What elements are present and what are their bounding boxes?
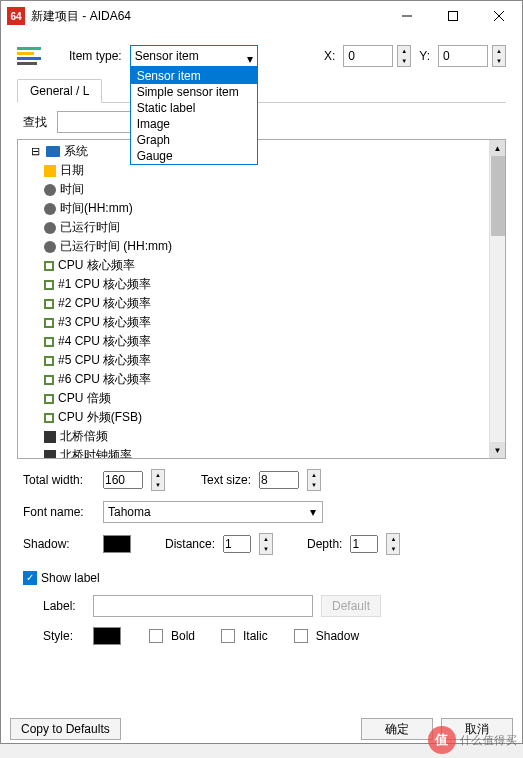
- minus-icon[interactable]: ⊟: [28, 145, 42, 159]
- style-color-swatch[interactable]: [93, 627, 121, 645]
- distance-spinner[interactable]: ▲▼: [259, 533, 273, 555]
- y-label: Y:: [419, 49, 430, 63]
- label-input[interactable]: [93, 595, 313, 617]
- copy-defaults-button[interactable]: Copy to Defaults: [10, 718, 121, 740]
- box-icon: [44, 375, 54, 385]
- item-type-dropdown: Sensor item Simple sensor item Static la…: [130, 67, 258, 165]
- monitor-icon: [46, 146, 60, 157]
- chevron-down-icon: ▾: [310, 505, 316, 519]
- clock-icon: [44, 203, 56, 215]
- y-input[interactable]: [438, 45, 488, 67]
- tree-item-label: CPU 核心频率: [58, 257, 135, 274]
- distance-input[interactable]: [223, 535, 251, 553]
- tree-item-label: 日期: [60, 162, 84, 179]
- dropdown-option[interactable]: Sensor item: [131, 68, 257, 84]
- depth-input[interactable]: [350, 535, 378, 553]
- tree-root-label: 系统: [64, 143, 88, 160]
- tree-root[interactable]: ⊟ 系统: [20, 142, 503, 161]
- font-name-value: Tahoma: [108, 505, 151, 519]
- total-width-input[interactable]: [103, 471, 143, 489]
- chip-icon: [44, 450, 56, 460]
- box-icon: [44, 413, 54, 423]
- tree-item-label: CPU 倍频: [58, 390, 111, 407]
- tree-item[interactable]: #1 CPU 核心频率: [20, 275, 503, 294]
- text-size-input[interactable]: [259, 471, 299, 489]
- minimize-button[interactable]: [384, 1, 430, 31]
- scroll-down-icon[interactable]: ▼: [490, 442, 505, 458]
- box-icon: [44, 318, 54, 328]
- dialog-window: 64 新建项目 - AIDA64 Item type: Sensor item …: [0, 0, 523, 744]
- item-type-value: Sensor item: [135, 49, 199, 63]
- tree-item[interactable]: CPU 外频(FSB): [20, 408, 503, 427]
- shadow-color-swatch[interactable]: [103, 535, 131, 553]
- dropdown-option[interactable]: Graph: [131, 132, 257, 148]
- depth-label: Depth:: [307, 537, 342, 551]
- tree-item[interactable]: 北桥时钟频率: [20, 446, 503, 459]
- bold-checkbox[interactable]: [149, 629, 163, 643]
- tab-general[interactable]: General / L: [17, 79, 102, 103]
- close-button[interactable]: [476, 1, 522, 31]
- clock-icon: [44, 241, 56, 253]
- dropdown-option[interactable]: Simple sensor item: [131, 84, 257, 100]
- box-icon: [44, 299, 54, 309]
- label-label: Label:: [43, 599, 85, 613]
- tree-item[interactable]: #2 CPU 核心频率: [20, 294, 503, 313]
- total-width-spinner[interactable]: ▲▼: [151, 469, 165, 491]
- clock-icon: [44, 184, 56, 196]
- tree-item[interactable]: #3 CPU 核心频率: [20, 313, 503, 332]
- tree-item[interactable]: 北桥倍频: [20, 427, 503, 446]
- tree-item[interactable]: #4 CPU 核心频率: [20, 332, 503, 351]
- tree-item-label: 北桥时钟频率: [60, 447, 132, 459]
- item-type-combo[interactable]: Sensor item ▾ Sensor item Simple sensor …: [130, 45, 258, 67]
- style-label: Style:: [43, 629, 85, 643]
- x-input[interactable]: [343, 45, 393, 67]
- sensor-tree[interactable]: ⊟ 系统 日期时间时间(HH:mm)已运行时间已运行时间 (HH:mm)CPU …: [17, 139, 506, 459]
- tree-item-label: #5 CPU 核心频率: [58, 352, 151, 369]
- italic-checkbox[interactable]: [221, 629, 235, 643]
- tree-item-label: 已运行时间: [60, 219, 120, 236]
- box-icon: [44, 261, 54, 271]
- tree-item[interactable]: 时间(HH:mm): [20, 199, 503, 218]
- scroll-thumb[interactable]: [491, 156, 505, 236]
- total-width-label: Total width:: [23, 473, 95, 487]
- font-name-select[interactable]: Tahoma ▾: [103, 501, 323, 523]
- watermark-badge-icon: 值: [428, 726, 456, 754]
- tree-item[interactable]: CPU 核心频率: [20, 256, 503, 275]
- default-button[interactable]: Default: [321, 595, 381, 617]
- tree-item[interactable]: 已运行时间: [20, 218, 503, 237]
- tree-item[interactable]: 时间: [20, 180, 503, 199]
- shadow-checkbox[interactable]: [294, 629, 308, 643]
- depth-spinner[interactable]: ▲▼: [386, 533, 400, 555]
- tree-item-label: #1 CPU 核心频率: [58, 276, 151, 293]
- tree-item[interactable]: #5 CPU 核心频率: [20, 351, 503, 370]
- text-size-spinner[interactable]: ▲▼: [307, 469, 321, 491]
- scroll-up-icon[interactable]: ▲: [490, 140, 505, 156]
- scrollbar[interactable]: ▲ ▼: [489, 140, 505, 458]
- dropdown-option[interactable]: Image: [131, 116, 257, 132]
- titlebar: 64 新建项目 - AIDA64: [1, 1, 522, 31]
- tree-item-label: #3 CPU 核心频率: [58, 314, 151, 331]
- chevron-down-icon: ▾: [247, 52, 253, 66]
- x-spinner[interactable]: ▲▼: [397, 45, 411, 67]
- tree-item-label: 时间: [60, 181, 84, 198]
- y-spinner[interactable]: ▲▼: [492, 45, 506, 67]
- tree-item[interactable]: 已运行时间 (HH:mm): [20, 237, 503, 256]
- tree-item-label: 时间(HH:mm): [60, 200, 133, 217]
- item-type-label: Item type:: [69, 49, 122, 63]
- italic-label: Italic: [243, 629, 268, 643]
- show-label-checkbox[interactable]: [23, 571, 37, 585]
- dropdown-option[interactable]: Static label: [131, 100, 257, 116]
- dropdown-option[interactable]: Gauge: [131, 148, 257, 164]
- ok-button[interactable]: 确定: [361, 718, 433, 740]
- show-label-text: Show label: [41, 571, 100, 585]
- x-label: X:: [324, 49, 335, 63]
- tree-item[interactable]: CPU 倍频: [20, 389, 503, 408]
- maximize-button[interactable]: [430, 1, 476, 31]
- tree-item[interactable]: #6 CPU 核心频率: [20, 370, 503, 389]
- tree-item-label: 已运行时间 (HH:mm): [60, 238, 172, 255]
- box-icon: [44, 337, 54, 347]
- svg-rect-1: [449, 12, 458, 21]
- tree-item[interactable]: 日期: [20, 161, 503, 180]
- tree-item-label: #2 CPU 核心频率: [58, 295, 151, 312]
- box-icon: [44, 356, 54, 366]
